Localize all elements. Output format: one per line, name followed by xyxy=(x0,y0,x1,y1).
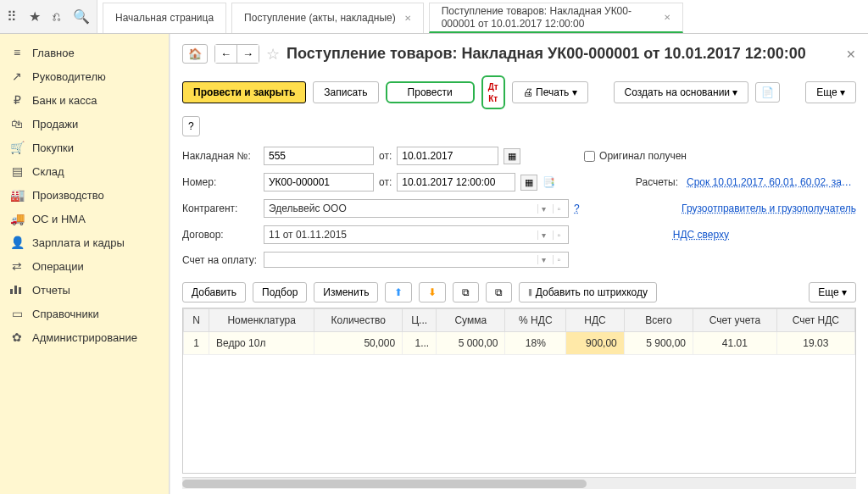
pick-button[interactable]: Подбор xyxy=(253,282,307,303)
factory-icon: 🏭 xyxy=(10,188,24,202)
col-nomenclature[interactable]: Номенклатура xyxy=(209,309,314,332)
sidebar-item-salary[interactable]: 👤Зарплата и кадры xyxy=(0,230,169,254)
chart-up-icon: ↗ xyxy=(10,69,24,83)
open-icon[interactable]: ▫ xyxy=(553,204,564,214)
number-date-input[interactable] xyxy=(397,173,515,191)
post-and-close-button[interactable]: Провести и закрыть xyxy=(182,81,306,103)
page-title: Поступление товаров: Накладная УК00-0000… xyxy=(287,45,839,63)
sidebar-item-assets[interactable]: 🚚ОС и НМА xyxy=(0,207,169,230)
help-icon[interactable]: ? xyxy=(574,203,580,214)
copy-button[interactable]: ⧉ xyxy=(453,282,479,303)
chevron-down-icon[interactable]: ▾ xyxy=(537,230,549,240)
close-icon[interactable]: ✕ xyxy=(664,13,670,22)
sidebar-item-reports[interactable]: Отчеты xyxy=(0,278,169,302)
sidebar-item-operations[interactable]: ⇄Операции xyxy=(0,254,169,278)
sidebar-item-bank[interactable]: ₽Банк и касса xyxy=(0,88,169,112)
col-n[interactable]: N xyxy=(184,309,209,332)
back-button[interactable]: ← xyxy=(215,45,237,63)
calc-link[interactable]: Срок 10.01.2017, 60.01, 60.02, зачет ... xyxy=(687,176,856,188)
tab-home[interactable]: Начальная страница xyxy=(103,3,226,33)
close-icon[interactable]: ✕ xyxy=(846,47,856,61)
contract-label: Договор: xyxy=(182,229,259,241)
sidebar-item-catalogs[interactable]: ▭Справочники xyxy=(0,302,169,325)
help-button[interactable]: ? xyxy=(182,116,200,136)
table-more-button[interactable]: Еще ▾ xyxy=(809,282,856,303)
close-icon[interactable]: ✕ xyxy=(404,14,411,23)
add-row-button[interactable]: Добавить xyxy=(182,282,246,303)
book-icon: ▭ xyxy=(10,307,24,320)
col-vacc[interactable]: Счет НДС xyxy=(776,309,854,332)
flag-icon[interactable]: 📑 xyxy=(542,176,555,188)
swap-icon: ⇄ xyxy=(10,259,24,273)
post-button[interactable]: Провести xyxy=(386,81,475,103)
home-button[interactable]: 🏠 xyxy=(182,44,208,64)
chevron-down-icon[interactable]: ▾ xyxy=(537,255,549,264)
sidebar-item-admin[interactable]: ✿Администрирование xyxy=(0,325,169,349)
more-button[interactable]: Еще ▾ xyxy=(805,81,856,103)
stack-icon: ▤ xyxy=(10,164,24,178)
sidebar-item-purchases[interactable]: 🛒Покупки xyxy=(0,136,169,159)
attach-button[interactable]: 📄 xyxy=(755,82,780,103)
sidebar: ≡Главное ↗Руководителю ₽Банк и касса 🛍Пр… xyxy=(0,34,170,494)
sidebar-item-warehouse[interactable]: ▤Склад xyxy=(0,159,169,183)
bag-icon: 🛍 xyxy=(10,117,24,130)
forward-button[interactable]: → xyxy=(237,45,259,63)
menu-icon: ≡ xyxy=(10,46,24,59)
add-barcode-button[interactable]: ⦀ Добавить по штрихкоду xyxy=(519,282,657,303)
open-icon[interactable]: ▫ xyxy=(553,255,564,264)
col-price[interactable]: Ц... xyxy=(403,309,437,332)
counterparty-label: Контрагент: xyxy=(182,203,259,214)
col-qty[interactable]: Количество xyxy=(314,309,403,332)
calendar-icon[interactable]: ▦ xyxy=(520,175,537,191)
edit-row-button[interactable]: Изменить xyxy=(314,282,378,303)
col-acc[interactable]: Счет учета xyxy=(693,309,777,332)
truck-icon: 🚚 xyxy=(10,212,24,225)
original-received-checkbox[interactable]: Оригинал получен xyxy=(584,150,687,162)
create-based-button[interactable]: Создать на основании ▾ xyxy=(614,81,749,103)
open-icon[interactable]: ▫ xyxy=(553,230,564,240)
move-down-button[interactable]: ⬇ xyxy=(419,282,446,303)
col-total[interactable]: Всего xyxy=(624,309,693,332)
calendar-icon[interactable]: ▦ xyxy=(504,148,520,164)
bill-label: Счет на оплату: xyxy=(182,254,259,266)
shipper-link[interactable]: Грузоотправитель и грузополучатель xyxy=(682,203,856,214)
number-input[interactable] xyxy=(264,173,374,191)
apps-icon[interactable]: ⠿ xyxy=(7,8,17,25)
number-label: Номер: xyxy=(182,176,259,188)
print-button[interactable]: 🖨 Печать ▾ xyxy=(512,81,588,103)
dtkt-button[interactable]: ДтКт xyxy=(481,75,505,109)
col-sum[interactable]: Сумма xyxy=(437,309,505,332)
person-icon: 👤 xyxy=(10,236,24,249)
cart-icon: 🛒 xyxy=(10,141,24,154)
invoice-label: Накладная №: xyxy=(182,150,259,162)
tab-receipts[interactable]: Поступление (акты, накладные)✕ xyxy=(231,3,424,33)
contract-combo[interactable]: 11 от 01.11.2015▾▫ xyxy=(264,225,569,244)
paste-button[interactable]: ⧉ xyxy=(486,282,512,303)
sidebar-item-main[interactable]: ≡Главное xyxy=(0,41,169,64)
calc-label: Расчеты: xyxy=(636,176,678,188)
gear-icon: ✿ xyxy=(10,330,24,344)
chevron-down-icon[interactable]: ▾ xyxy=(537,204,549,214)
items-grid[interactable]: N Номенклатура Количество Ц... Сумма % Н… xyxy=(182,308,856,474)
star-icon[interactable]: ☆ xyxy=(266,45,280,64)
horizontal-scrollbar[interactable] xyxy=(182,477,856,489)
save-button[interactable]: Записать xyxy=(313,81,378,103)
sidebar-item-manager[interactable]: ↗Руководителю xyxy=(0,64,169,88)
invoice-date-input[interactable] xyxy=(397,147,498,165)
invoice-number-input[interactable] xyxy=(264,147,374,165)
vat-link[interactable]: НДС сверху xyxy=(673,229,729,241)
ruble-icon: ₽ xyxy=(10,93,24,107)
tab-document[interactable]: Поступление товаров: Накладная УК00-0000… xyxy=(429,3,683,33)
favorite-icon[interactable]: ★ xyxy=(29,8,41,25)
col-vat[interactable]: НДС xyxy=(566,309,624,332)
move-up-button[interactable]: ⬆ xyxy=(385,282,412,303)
history-icon[interactable]: ⎌ xyxy=(53,9,61,25)
counterparty-combo[interactable]: Эдельвейс ООО▾▫ xyxy=(264,199,569,218)
search-icon[interactable]: 🔍 xyxy=(73,8,90,25)
bill-combo[interactable]: ▾▫ xyxy=(264,252,569,268)
dtkt-icon: ДтКт xyxy=(488,82,498,103)
sidebar-item-production[interactable]: 🏭Производство xyxy=(0,183,169,207)
table-row[interactable]: 1 Ведро 10л 50,000 1... 5 000,00 18% 900… xyxy=(184,332,855,355)
col-vatp[interactable]: % НДС xyxy=(505,309,566,332)
sidebar-item-sales[interactable]: 🛍Продажи xyxy=(0,112,169,136)
